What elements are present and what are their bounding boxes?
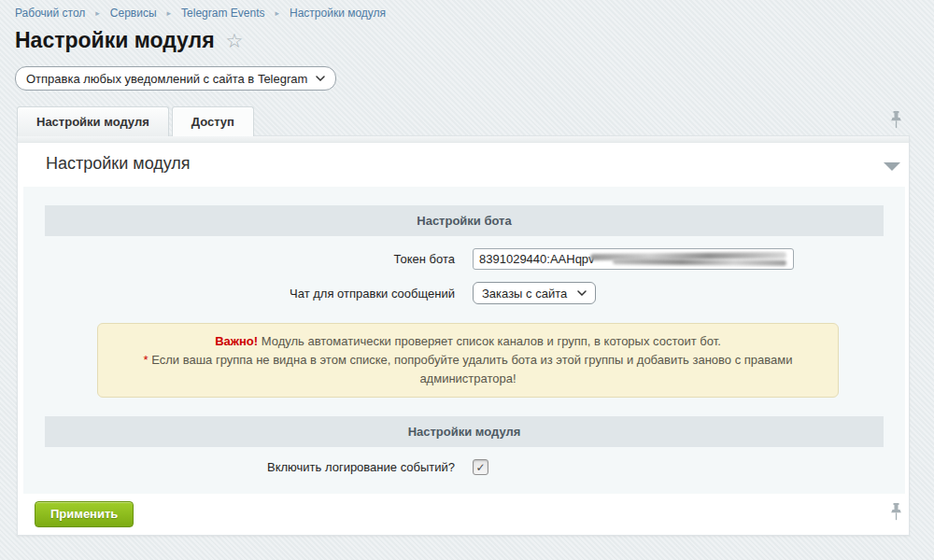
section-header-module: Настройки модуля — [45, 416, 884, 447]
breadcrumb: Рабочий стол ▸ Сервисы ▸ Telegram Events… — [15, 7, 386, 20]
chevron-down-icon — [577, 290, 587, 296]
module-select-value: Отправка любых уведомлений с сайта в Tel… — [26, 72, 307, 86]
chat-select[interactable]: Заказы с сайта — [473, 282, 596, 304]
page-title: Настройки модуля — [15, 28, 215, 53]
logging-row: Включить логирование событий? ✓ — [23, 459, 905, 475]
tab-bar: Настройки модуля Доступ — [17, 106, 257, 136]
pin-icon[interactable] — [890, 111, 902, 133]
section-header-bot: Настройки бота — [45, 205, 884, 236]
token-label: Токен бота — [23, 252, 466, 266]
panel-heading: Настройки модуля — [46, 154, 191, 174]
admin-page: { "breadcrumb": { "items": ["Рабочий сто… — [0, 0, 934, 560]
module-settings-form: Настройки бота Токен бота Чат для отправ… — [23, 187, 905, 494]
apply-button[interactable]: Применить — [35, 501, 134, 527]
favorite-star-icon[interactable]: ☆ — [226, 31, 244, 50]
breadcrumb-arrow-icon: ▸ — [95, 8, 100, 18]
breadcrumb-desktop[interactable]: Рабочий стол — [15, 7, 85, 20]
checkmark-icon: ✓ — [475, 461, 485, 474]
settings-panel: Настройки модуля Настройки бота Токен бо… — [17, 135, 910, 536]
notice-asterisk: * — [144, 353, 149, 367]
chat-label: Чат для отправки сообщений — [23, 287, 466, 301]
notice-text-2: Если ваша группа не видна в этом списке,… — [151, 353, 792, 385]
module-select[interactable]: Отправка любых уведомлений с сайта в Tel… — [15, 66, 336, 91]
breadcrumb-module-settings[interactable]: Настройки модуля — [290, 7, 386, 20]
breadcrumb-services[interactable]: Сервисы — [110, 7, 157, 20]
logging-label: Включить логирование событий? — [23, 460, 466, 474]
collapse-caret-icon[interactable] — [884, 162, 900, 171]
pin-icon[interactable] — [890, 503, 902, 525]
token-row: Токен бота — [23, 248, 905, 270]
notice-important-label: Важно! — [215, 334, 258, 348]
notice-line-1: Важно! Модуль автоматически проверяет сп… — [107, 332, 828, 351]
notice-text-1: Модуль автоматически проверяет список ка… — [262, 334, 721, 348]
token-input[interactable] — [473, 248, 794, 270]
chat-select-value: Заказы с сайта — [482, 287, 567, 301]
logging-checkbox[interactable]: ✓ — [473, 459, 488, 475]
breadcrumb-arrow-icon: ▸ — [275, 8, 279, 18]
tab-module-settings[interactable]: Настройки модуля — [17, 106, 169, 136]
token-input-wrap — [473, 248, 794, 270]
breadcrumb-telegram-events[interactable]: Telegram Events — [181, 7, 264, 20]
title-row: Настройки модуля ☆ — [15, 28, 243, 53]
chat-row: Чат для отправки сообщений Заказы с сайт… — [23, 282, 905, 304]
panel-top-strip — [18, 136, 909, 143]
important-notice: Важно! Модуль автоматически проверяет сп… — [97, 323, 839, 398]
chevron-down-icon — [316, 76, 325, 81]
notice-line-2: * Если ваша группа не видна в этом списк… — [107, 351, 828, 388]
breadcrumb-arrow-icon: ▸ — [167, 8, 172, 18]
tab-access[interactable]: Доступ — [172, 106, 254, 136]
